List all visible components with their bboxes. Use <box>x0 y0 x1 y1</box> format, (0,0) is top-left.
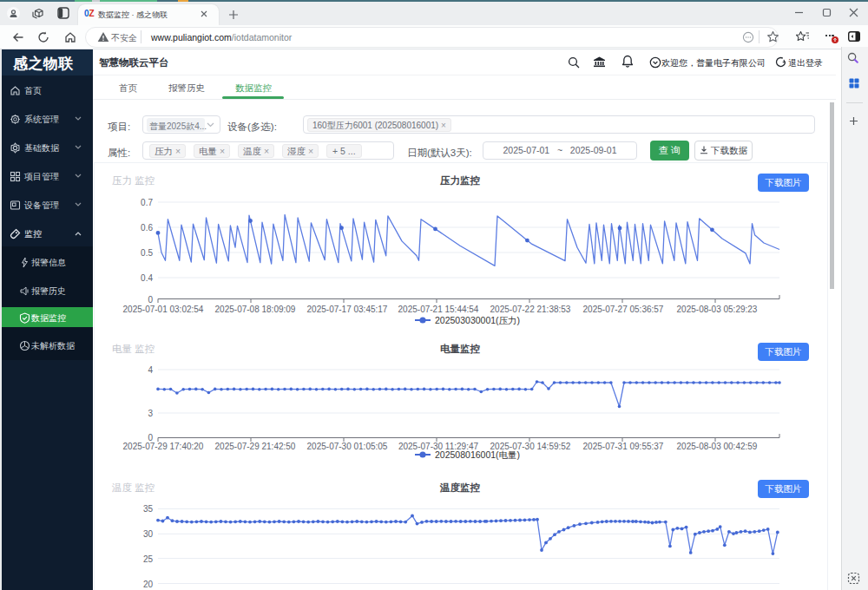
svg-text:202508016001(电量): 202508016001(电量) <box>435 449 520 460</box>
svg-text:0.5: 0.5 <box>141 248 153 258</box>
svg-text:0.6: 0.6 <box>141 223 153 233</box>
svg-text:30: 30 <box>143 529 154 539</box>
svg-text:25: 25 <box>143 554 154 564</box>
svg-text:2025-08-03 00:42:59: 2025-08-03 00:42:59 <box>677 442 758 451</box>
svg-text:0.7: 0.7 <box>141 198 153 207</box>
svg-text:202503030001(压力): 202503030001(压力) <box>435 315 520 325</box>
svg-text:2025-07-29 17:40:20: 2025-07-29 17:40:20 <box>123 442 204 451</box>
svg-text:2025-07-17 03:45:17: 2025-07-17 03:45:17 <box>307 305 388 314</box>
svg-text:3: 3 <box>148 409 153 418</box>
svg-text:4: 4 <box>148 365 153 375</box>
svg-text:2025-08-03 05:29:23: 2025-08-03 05:29:23 <box>677 305 758 314</box>
svg-text:0.4: 0.4 <box>141 273 153 283</box>
svg-text:0: 0 <box>148 295 153 305</box>
svg-text:2025-07-29 21:42:50: 2025-07-29 21:42:50 <box>215 442 296 451</box>
svg-text:2025-07-30 01:05:05: 2025-07-30 01:05:05 <box>307 442 388 451</box>
svg-text:2025-07-21 15:44:54: 2025-07-21 15:44:54 <box>398 305 479 314</box>
svg-text:2025-07-27 05:36:57: 2025-07-27 05:36:57 <box>583 305 664 314</box>
svg-text:35: 35 <box>143 504 154 514</box>
svg-text:2025-07-08 18:09:09: 2025-07-08 18:09:09 <box>215 305 296 314</box>
svg-text:2025-07-22 21:38:53: 2025-07-22 21:38:53 <box>490 305 571 314</box>
svg-text:2025-07-31 09:55:37: 2025-07-31 09:55:37 <box>583 442 664 451</box>
svg-text:2025-07-01 03:02:54: 2025-07-01 03:02:54 <box>123 305 204 314</box>
svg-text:20: 20 <box>143 580 154 589</box>
